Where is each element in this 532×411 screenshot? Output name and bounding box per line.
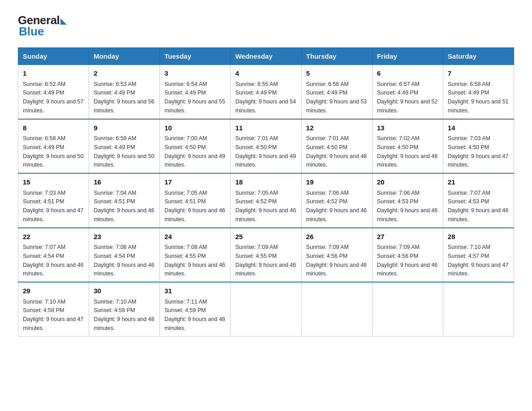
calendar-day-cell: 26 Sunrise: 7:09 AMSunset: 4:56 PMDaylig… [301, 228, 372, 283]
calendar-day-cell: 30 Sunrise: 7:10 AMSunset: 4:58 PMDaylig… [89, 282, 160, 336]
calendar-day-cell: 6 Sunrise: 6:57 AMSunset: 4:49 PMDayligh… [372, 65, 443, 119]
calendar-day-cell: 18 Sunrise: 7:05 AMSunset: 4:52 PMDaylig… [231, 173, 301, 228]
day-info: Sunrise: 7:04 AMSunset: 4:51 PMDaylight:… [94, 190, 154, 223]
day-header-wednesday: Wednesday [231, 48, 301, 65]
day-info: Sunrise: 7:08 AMSunset: 4:55 PMDaylight:… [164, 244, 225, 277]
calendar-day-cell: 3 Sunrise: 6:54 AMSunset: 4:49 PMDayligh… [160, 65, 231, 119]
day-info: Sunrise: 6:58 AMSunset: 4:49 PMDaylight:… [448, 81, 509, 114]
calendar-day-cell: 20 Sunrise: 7:06 AMSunset: 4:53 PMDaylig… [372, 173, 443, 228]
calendar-week-row: 22 Sunrise: 7:07 AMSunset: 4:54 PMDaylig… [18, 228, 514, 283]
calendar-day-cell: 21 Sunrise: 7:07 AMSunset: 4:53 PMDaylig… [443, 173, 514, 228]
day-info: Sunrise: 6:54 AMSunset: 4:49 PMDaylight:… [164, 81, 225, 114]
calendar-day-cell: 16 Sunrise: 7:04 AMSunset: 4:51 PMDaylig… [89, 173, 160, 228]
day-number: 27 [377, 232, 438, 242]
day-info: Sunrise: 7:06 AMSunset: 4:52 PMDaylight:… [306, 190, 367, 223]
day-number: 4 [235, 68, 296, 79]
day-info: Sunrise: 7:09 AMSunset: 4:56 PMDaylight:… [306, 244, 367, 277]
day-info: Sunrise: 7:01 AMSunset: 4:50 PMDaylight:… [235, 135, 296, 168]
calendar-day-cell: 4 Sunrise: 6:55 AMSunset: 4:49 PMDayligh… [231, 65, 301, 119]
day-number: 1 [23, 68, 84, 79]
day-info: Sunrise: 7:03 AMSunset: 4:51 PMDaylight:… [23, 190, 84, 223]
calendar-week-row: 8 Sunrise: 6:58 AMSunset: 4:49 PMDayligh… [18, 119, 514, 174]
day-info: Sunrise: 7:10 AMSunset: 4:57 PMDaylight:… [448, 244, 509, 277]
calendar-day-cell: 25 Sunrise: 7:09 AMSunset: 4:55 PMDaylig… [231, 228, 301, 283]
day-info: Sunrise: 7:01 AMSunset: 4:50 PMDaylight:… [306, 135, 367, 168]
day-number: 31 [164, 286, 226, 296]
day-info: Sunrise: 7:08 AMSunset: 4:54 PMDaylight:… [94, 244, 154, 277]
day-number: 11 [235, 123, 296, 133]
day-info: Sunrise: 7:11 AMSunset: 4:59 PMDaylight:… [164, 299, 225, 331]
logo-blue-text: Blue [19, 25, 44, 39]
day-info: Sunrise: 7:10 AMSunset: 4:58 PMDaylight:… [23, 299, 84, 331]
day-number: 26 [306, 232, 368, 242]
day-number: 19 [306, 177, 368, 188]
day-info: Sunrise: 6:59 AMSunset: 4:49 PMDaylight:… [94, 135, 154, 168]
day-info: Sunrise: 6:56 AMSunset: 4:49 PMDaylight:… [306, 81, 367, 114]
day-info: Sunrise: 6:53 AMSunset: 4:49 PMDaylight:… [94, 81, 154, 114]
day-number: 18 [235, 177, 296, 188]
calendar-day-cell: 14 Sunrise: 7:03 AMSunset: 4:50 PMDaylig… [443, 119, 514, 174]
day-number: 25 [235, 232, 296, 242]
calendar-header-row: SundayMondayTuesdayWednesdayThursdayFrid… [18, 48, 514, 65]
calendar-day-cell: 29 Sunrise: 7:10 AMSunset: 4:58 PMDaylig… [18, 282, 89, 336]
day-info: Sunrise: 7:10 AMSunset: 4:58 PMDaylight:… [94, 299, 154, 331]
calendar-day-cell: 11 Sunrise: 7:01 AMSunset: 4:50 PMDaylig… [231, 119, 301, 174]
day-info: Sunrise: 6:57 AMSunset: 4:49 PMDaylight:… [377, 81, 438, 114]
calendar-day-cell: 31 Sunrise: 7:11 AMSunset: 4:59 PMDaylig… [160, 282, 231, 336]
day-number: 17 [164, 177, 226, 188]
day-number: 15 [23, 177, 84, 188]
calendar-day-cell: 17 Sunrise: 7:05 AMSunset: 4:51 PMDaylig… [160, 173, 231, 228]
calendar-body: 1 Sunrise: 6:52 AMSunset: 4:49 PMDayligh… [18, 65, 514, 337]
logo-arrow-icon [60, 18, 67, 25]
calendar-week-row: 1 Sunrise: 6:52 AMSunset: 4:49 PMDayligh… [18, 65, 514, 119]
calendar-day-cell: 2 Sunrise: 6:53 AMSunset: 4:49 PMDayligh… [89, 65, 160, 119]
day-number: 16 [94, 177, 155, 188]
calendar-table: SundayMondayTuesdayWednesdayThursdayFrid… [18, 47, 514, 337]
page-header: General Blue [18, 13, 514, 39]
calendar-week-row: 29 Sunrise: 7:10 AMSunset: 4:58 PMDaylig… [18, 282, 514, 336]
calendar-day-cell: 12 Sunrise: 7:01 AMSunset: 4:50 PMDaylig… [301, 119, 372, 174]
day-info: Sunrise: 7:07 AMSunset: 4:53 PMDaylight:… [448, 190, 509, 223]
day-info: Sunrise: 7:05 AMSunset: 4:52 PMDaylight:… [235, 190, 296, 223]
day-number: 20 [377, 177, 438, 188]
day-number: 21 [448, 177, 509, 188]
day-number: 29 [23, 286, 84, 296]
day-info: Sunrise: 6:52 AMSunset: 4:49 PMDaylight:… [23, 81, 84, 114]
calendar-day-cell: 24 Sunrise: 7:08 AMSunset: 4:55 PMDaylig… [160, 228, 231, 283]
day-number: 12 [306, 123, 368, 133]
day-number: 14 [448, 123, 509, 133]
calendar-day-cell: 1 Sunrise: 6:52 AMSunset: 4:49 PMDayligh… [18, 65, 89, 119]
calendar-week-row: 15 Sunrise: 7:03 AMSunset: 4:51 PMDaylig… [18, 173, 514, 228]
day-number: 22 [23, 232, 84, 242]
day-info: Sunrise: 7:07 AMSunset: 4:54 PMDaylight:… [23, 244, 84, 277]
calendar-day-cell: 15 Sunrise: 7:03 AMSunset: 4:51 PMDaylig… [18, 173, 89, 228]
calendar-day-cell [372, 282, 443, 336]
calendar-day-cell: 23 Sunrise: 7:08 AMSunset: 4:54 PMDaylig… [89, 228, 160, 283]
day-number: 23 [94, 232, 155, 242]
calendar-day-cell: 19 Sunrise: 7:06 AMSunset: 4:52 PMDaylig… [301, 173, 372, 228]
day-header-monday: Monday [89, 48, 160, 65]
logo: General Blue [18, 13, 67, 39]
day-info: Sunrise: 7:05 AMSunset: 4:51 PMDaylight:… [164, 190, 225, 223]
calendar-day-cell: 8 Sunrise: 6:58 AMSunset: 4:49 PMDayligh… [18, 119, 89, 174]
day-info: Sunrise: 7:06 AMSunset: 4:53 PMDaylight:… [377, 190, 438, 223]
day-number: 2 [94, 68, 155, 79]
calendar-day-cell: 28 Sunrise: 7:10 AMSunset: 4:57 PMDaylig… [443, 228, 514, 283]
day-number: 30 [94, 286, 155, 296]
day-number: 10 [164, 123, 226, 133]
day-number: 6 [377, 68, 438, 79]
day-info: Sunrise: 6:58 AMSunset: 4:49 PMDaylight:… [23, 135, 84, 168]
day-number: 24 [164, 232, 226, 242]
calendar-day-cell [231, 282, 301, 336]
day-number: 7 [448, 68, 509, 79]
day-number: 28 [448, 232, 509, 242]
day-header-tuesday: Tuesday [160, 48, 231, 65]
calendar-day-cell: 7 Sunrise: 6:58 AMSunset: 4:49 PMDayligh… [443, 65, 514, 119]
day-header-friday: Friday [372, 48, 443, 65]
calendar-day-cell: 13 Sunrise: 7:02 AMSunset: 4:50 PMDaylig… [372, 119, 443, 174]
day-info: Sunrise: 7:02 AMSunset: 4:50 PMDaylight:… [377, 135, 438, 168]
calendar-day-cell: 9 Sunrise: 6:59 AMSunset: 4:49 PMDayligh… [89, 119, 160, 174]
calendar-day-cell: 10 Sunrise: 7:00 AMSunset: 4:50 PMDaylig… [160, 119, 231, 174]
day-info: Sunrise: 7:03 AMSunset: 4:50 PMDaylight:… [448, 135, 509, 168]
calendar-day-cell [443, 282, 514, 336]
